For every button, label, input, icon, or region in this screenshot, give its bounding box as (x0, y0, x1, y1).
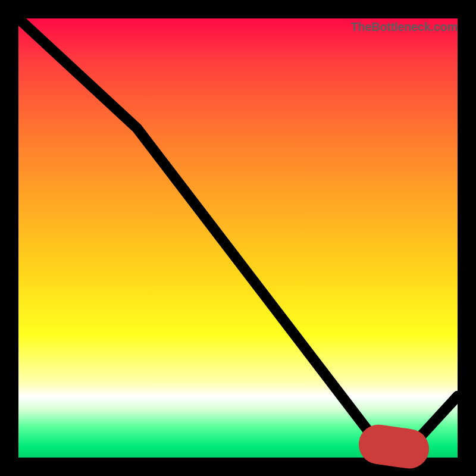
plot-area: TheBottleneck.com (18, 18, 458, 458)
optimal-region-marker (378, 444, 409, 449)
chart-frame: TheBottleneck.com (0, 0, 476, 476)
bottleneck-curve (18, 18, 458, 449)
curve-layer (18, 18, 458, 458)
